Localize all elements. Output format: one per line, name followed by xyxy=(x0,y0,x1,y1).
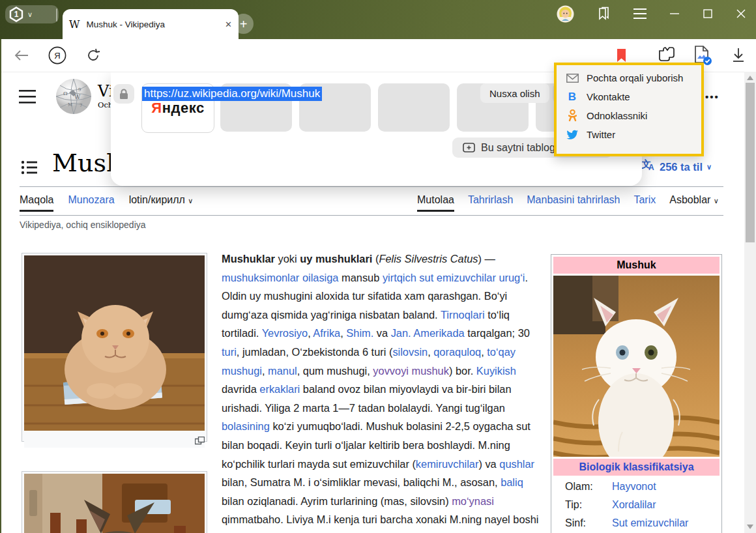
title-divider xyxy=(20,186,723,187)
tab-group-button[interactable]: 1 ∨ xyxy=(5,5,59,23)
infobox-title: Mushuk xyxy=(553,257,720,274)
text-run: davrida xyxy=(222,383,259,395)
tab-tarix[interactable]: Tarix xyxy=(633,194,656,206)
text-run: , xyxy=(428,346,433,358)
text-run: va xyxy=(373,327,390,339)
downloads-button[interactable] xyxy=(729,39,748,72)
wiki-link[interactable]: Afrika xyxy=(313,327,340,339)
yandex-services-button[interactable]: Я xyxy=(47,39,68,72)
wiki-link[interactable]: manul xyxy=(268,365,297,377)
text-run: , xyxy=(262,365,268,377)
tableau-tile-placeholder[interactable] xyxy=(378,83,450,132)
browser-tab-active[interactable]: W Mushuk - Vikipediya ✕ xyxy=(63,9,239,39)
infobox-row-label: Tip: xyxy=(565,499,612,511)
wiki-link[interactable]: turi xyxy=(222,346,237,358)
wiki-link[interactable]: erkaklari xyxy=(259,383,300,395)
page-scrollbar[interactable] xyxy=(744,72,756,533)
wiki-link[interactable]: Tirnoqlari xyxy=(441,309,485,321)
wikipedia-globe-icon: Ω W 9 M 7 xyxy=(55,77,93,116)
infobox-row-link[interactable]: Xordalilar xyxy=(612,499,656,511)
infobox-row: Sinf: Sut emizuvchilar xyxy=(553,512,720,530)
wikipedia-favicon: W xyxy=(69,18,80,31)
infobox-row-link[interactable]: Sut emizuvchilar xyxy=(612,517,688,529)
share-menu-item-twitter[interactable]: Twitter xyxy=(557,125,701,144)
wiki-link[interactable]: bolasining xyxy=(222,420,270,432)
infobox-row-link[interactable]: Hayvonot xyxy=(612,481,656,493)
tabby-cat-image xyxy=(24,474,205,533)
address-bar-url-selected[interactable]: https://uz.wikipedia.org/wiki/Mushuk xyxy=(142,87,322,101)
tab-mutolaa[interactable]: Mutolaa xyxy=(417,194,454,212)
minimize-button[interactable] xyxy=(669,8,680,20)
wiki-link[interactable]: mushuksimonlar oilasiga xyxy=(222,272,338,283)
text-run: bilan oziqlanadi. Ayrim turlarining (mas… xyxy=(222,495,452,507)
close-button[interactable] xyxy=(735,8,747,20)
enlarge-icon[interactable] xyxy=(195,437,205,445)
wiki-link[interactable]: kemiruvchilar xyxy=(416,458,479,470)
tools-menu[interactable]: Asboblar ∨ xyxy=(669,194,719,206)
wiki-link[interactable]: yirtqich sut emizuvchilar urugʻi xyxy=(383,272,525,283)
scrollbar-up-arrow[interactable] xyxy=(747,76,753,80)
wiki-link[interactable]: qushlar xyxy=(499,458,534,470)
wiki-link[interactable]: yovvoyi mushuk xyxy=(373,365,449,377)
bookmarks-panel-icon[interactable] xyxy=(596,6,611,22)
text-run: uy mushuklari xyxy=(300,253,372,265)
scrollbar-down-arrow[interactable] xyxy=(747,525,753,529)
maximize-button[interactable] xyxy=(702,8,714,20)
wiki-link[interactable]: moʻynasi xyxy=(452,495,494,507)
article-image-cream-cat[interactable] xyxy=(22,253,207,442)
wiki-link[interactable]: silovsin xyxy=(392,346,428,358)
wiki-link[interactable]: Shim. xyxy=(346,327,373,339)
scrollbar-thumb[interactable] xyxy=(746,83,755,242)
avatar[interactable] xyxy=(557,5,574,23)
window-left-border xyxy=(0,39,1,533)
languages-button[interactable]: 文 A 256 ta til ∨ xyxy=(641,160,712,173)
wiki-link[interactable]: baliq xyxy=(501,476,523,488)
text-run: ) va xyxy=(478,458,499,470)
site-subtitle: Vikipediya, ochiq ensiklopediya xyxy=(20,220,146,230)
reload-button[interactable] xyxy=(83,39,103,72)
chevron-down-icon: ∨ xyxy=(706,163,712,171)
hamburger-icon xyxy=(18,89,38,106)
tab-close-icon[interactable]: ✕ xyxy=(225,20,232,29)
wiki-main-menu-button[interactable] xyxy=(18,89,38,108)
wiki-link[interactable]: Kuyikish xyxy=(476,365,516,377)
tab-manbasini-tahrirlash[interactable]: Manbasini tahrirlash xyxy=(527,194,620,206)
text-run: , jumladan, Oʻzbekistonda 6 turi ( xyxy=(237,346,393,358)
share-menu-item-email[interactable]: Pochta orqali yuborish xyxy=(557,68,701,87)
tab-maqola[interactable]: Maqola xyxy=(20,194,53,212)
text-run: bilan, Sumatra M. i oʻsimliklar mevasi, … xyxy=(222,476,501,488)
text-run: Mushuklar xyxy=(222,253,275,265)
browser-menu-icon[interactable] xyxy=(633,8,647,20)
share-menu-item-odnoklassniki[interactable]: Odnoklassniki xyxy=(557,106,701,125)
text-run: yoki xyxy=(275,253,300,265)
variant-selector[interactable]: lotin/кирилл ∨ xyxy=(129,194,194,206)
svg-text:Я: Я xyxy=(54,51,60,61)
text-run: ) bor. xyxy=(449,365,476,377)
share-menu-item-vkontakte[interactable]: B Vkontakte xyxy=(557,87,701,106)
white-kitten-image[interactable] xyxy=(553,276,720,457)
new-tab-button[interactable]: + xyxy=(233,14,254,34)
chevron-down-icon: ∨ xyxy=(188,197,193,205)
wikipedia-logo[interactable]: Ω W 9 M 7 xyxy=(55,77,93,119)
back-button[interactable] xyxy=(12,39,31,72)
site-security-button[interactable] xyxy=(113,84,134,104)
toc-list-icon xyxy=(21,160,38,175)
yandex-logo: Яндекс xyxy=(151,100,204,117)
lock-icon xyxy=(119,89,128,100)
wiki-link[interactable]: qoraquloq xyxy=(433,346,481,358)
collections-icon xyxy=(656,47,677,64)
wiki-link[interactable]: Jan. Amerikada xyxy=(391,327,465,339)
share-menu: Pochta orqali yuborish B Vkontakte Odnok… xyxy=(554,63,704,156)
divider xyxy=(56,8,57,22)
toc-button[interactable] xyxy=(21,160,38,178)
wiki-link[interactable]: Yevrosiyo xyxy=(262,327,308,339)
text-run: , qum mushugi, xyxy=(297,365,373,377)
infobox: Mushuk xyxy=(551,254,722,533)
browser-titlebar: 1 ∨ W Mushuk - Vikipediya ✕ + xyxy=(0,0,756,39)
tab-tahrirlash[interactable]: Tahrirlash xyxy=(468,194,513,206)
add-icon xyxy=(463,143,475,152)
tab-munozara[interactable]: Munozara xyxy=(68,194,114,206)
article-image-tabby-cat[interactable] xyxy=(22,471,207,533)
copy-url-button[interactable]: Nusxa olish xyxy=(480,83,549,103)
wiki-more-menu[interactable]: ••• xyxy=(705,91,720,102)
